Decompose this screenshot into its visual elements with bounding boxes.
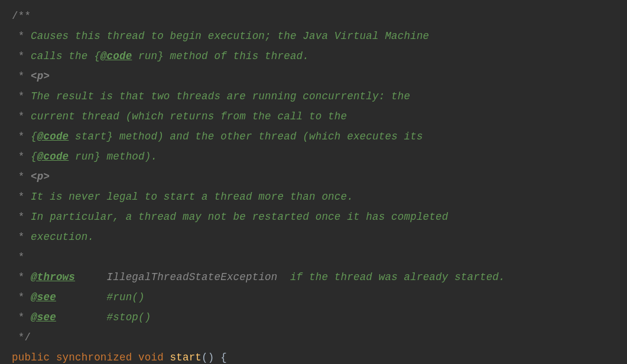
javadoc-code-tag[interactable]: @code (37, 131, 69, 142)
javadoc-code-content: run (132, 50, 157, 62)
javadoc-text: execution. (31, 231, 94, 243)
javadoc-see-link[interactable]: #run() (107, 291, 145, 303)
javadoc-code-content: start (69, 131, 106, 142)
javadoc-star: * (12, 30, 31, 42)
javadoc-see-tag[interactable]: @see (31, 291, 56, 303)
javadoc-star: * (12, 70, 31, 82)
javadoc-see-tag[interactable]: @see (31, 311, 56, 323)
brace: } (157, 50, 164, 62)
javadoc-star: * (12, 131, 31, 142)
javadoc-text: calls the (31, 50, 94, 62)
javadoc-open: /** (12, 10, 31, 22)
space (132, 352, 138, 363)
javadoc-text: current thread (which returns from the c… (31, 110, 347, 122)
brace: } (94, 151, 100, 162)
javadoc-see-link[interactable]: #stop() (107, 311, 151, 323)
javadoc-throws-tag[interactable]: @throws (31, 271, 75, 283)
code-editor[interactable]: /** * Causes this thread to begin execut… (0, 0, 627, 364)
javadoc-text: It is never legal to start a thread more… (31, 191, 353, 203)
javadoc-star: * (12, 211, 31, 223)
pad (56, 311, 107, 323)
javadoc-text: method of this thread. (164, 50, 309, 62)
javadoc-text: if the thread was already started. (290, 271, 505, 283)
javadoc-code-tag[interactable]: @code (37, 151, 69, 162)
brace: { (31, 151, 37, 162)
pad (75, 271, 107, 283)
pad (56, 291, 107, 303)
brace: } (107, 131, 113, 142)
javadoc-close: */ (12, 332, 31, 343)
javadoc-html-tag: <p> (31, 171, 50, 183)
keyword-void: void (138, 352, 164, 363)
javadoc-text: method). (100, 151, 157, 162)
javadoc-star: * (12, 231, 31, 243)
method-name-start: start (170, 352, 202, 363)
javadoc-star: * (12, 311, 31, 323)
parens-brace: () { (202, 352, 227, 363)
javadoc-star: * (12, 110, 31, 122)
javadoc-star: * (12, 291, 31, 303)
brace: { (31, 131, 37, 142)
javadoc-star: * (12, 50, 31, 62)
exception-class: IllegalThreadStateException (107, 271, 290, 283)
javadoc-text: Causes this thread to begin execution; t… (31, 30, 429, 42)
keyword-public: public (12, 352, 50, 363)
space (164, 352, 170, 363)
javadoc-code-tag[interactable]: @code (100, 50, 132, 62)
javadoc-star: * (12, 191, 31, 203)
javadoc-star: * (12, 271, 31, 283)
space (50, 352, 56, 363)
javadoc-code-content: run (69, 151, 94, 162)
brace: { (94, 50, 100, 62)
javadoc-star: * (12, 171, 31, 183)
javadoc-star: * (12, 90, 31, 102)
keyword-synchronized: synchronized (56, 352, 132, 363)
javadoc-text: In particular, a thread may not be resta… (31, 211, 448, 223)
javadoc-html-tag: <p> (31, 70, 50, 82)
javadoc-text: method) and the other thread (which exec… (113, 131, 423, 142)
javadoc-star: * (12, 151, 31, 162)
javadoc-text: The result is that two threads are runni… (31, 90, 410, 102)
javadoc-star: * (12, 251, 24, 263)
